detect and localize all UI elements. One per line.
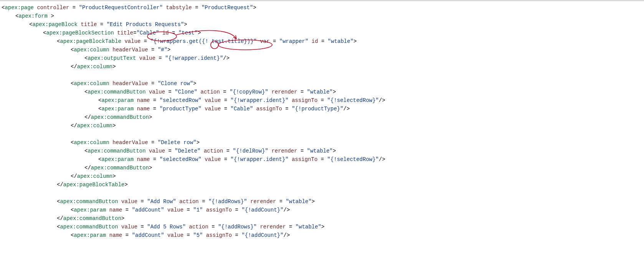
- code-line: </apex:column>: [2, 121, 642, 130]
- code-line: <apex:pageBlockSection title="Cable" id …: [2, 29, 642, 37]
- code-line: </apex:commandButton>: [2, 164, 642, 172]
- code-line: [2, 130, 642, 138]
- code-line: </apex:commandButton>: [2, 113, 642, 121]
- code-line: <apex:param name = "addCount" value = "1…: [2, 206, 642, 214]
- code-line: <apex:commandButton value = "Delete" act…: [2, 147, 642, 155]
- code-line: <apex:outputText value = "{!wrapper.iden…: [2, 54, 642, 62]
- code-block: <apex:page controller = "ProductRequestC…: [2, 3, 642, 240]
- code-line: </apex:pageBlockTable>: [2, 181, 642, 189]
- code-line: </apex:column>: [2, 172, 642, 181]
- code-line: <apex:param name = "addCount" value = "5…: [2, 231, 642, 240]
- code-line: [2, 71, 642, 79]
- code-line: <apex:column headerValue = "#">: [2, 46, 642, 54]
- code-line: <apex:commandButton value = "Clone" acti…: [2, 88, 642, 96]
- code-line: </apex:column>: [2, 62, 642, 71]
- code-line: <apex:commandButton value = "Add Row" ac…: [2, 197, 642, 206]
- code-line: <apex:column headerValue = "Delete row">: [2, 138, 642, 147]
- code-line: <apex:commandButton value = "Add 5 Rows"…: [2, 223, 642, 231]
- code-line: <apex:column headerValue = "Clone row">: [2, 79, 642, 88]
- code-line: [2, 189, 642, 197]
- code-line: <apex:page controller = "ProductRequestC…: [2, 3, 642, 12]
- code-line: </apex:commandButton>: [2, 214, 642, 223]
- code-line: <apex:param name = "productType" value =…: [2, 105, 642, 113]
- code-line: <apex:pageBlock title = "Edit Products R…: [2, 20, 642, 29]
- code-line: <apex:pageBlockTable value = "{!wrappers…: [2, 37, 642, 46]
- code-line: <apex:param name = "selectedRow" value =…: [2, 96, 642, 105]
- code-line: <apex:form >: [2, 12, 642, 20]
- code-line: <apex:param name = "selectedRow" value =…: [2, 155, 642, 164]
